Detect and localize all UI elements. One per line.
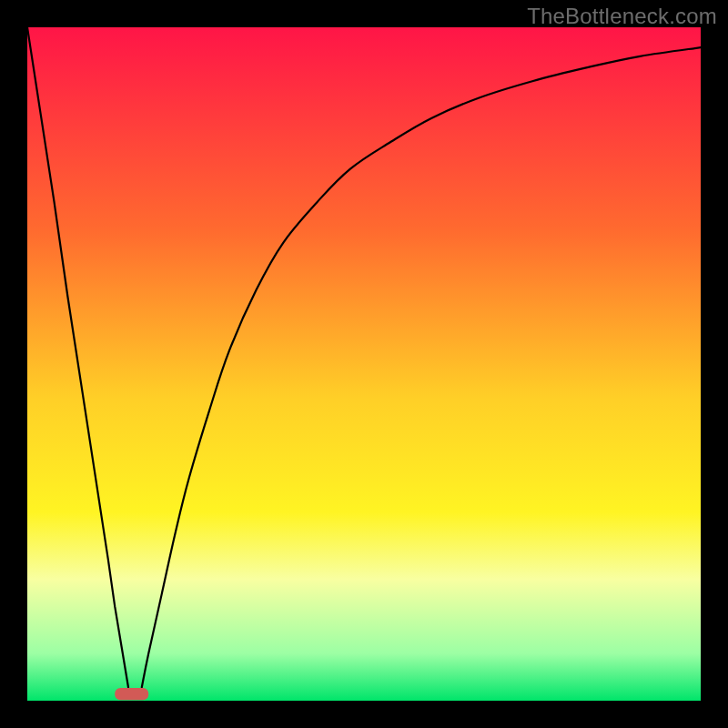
bottleneck-curve-chart	[27, 27, 701, 701]
gradient-background	[27, 27, 701, 701]
minimum-marker	[115, 688, 148, 700]
watermark-text: TheBottleneck.com	[527, 4, 717, 29]
chart-frame: TheBottleneck.com	[0, 0, 728, 728]
plot-area	[27, 27, 701, 701]
